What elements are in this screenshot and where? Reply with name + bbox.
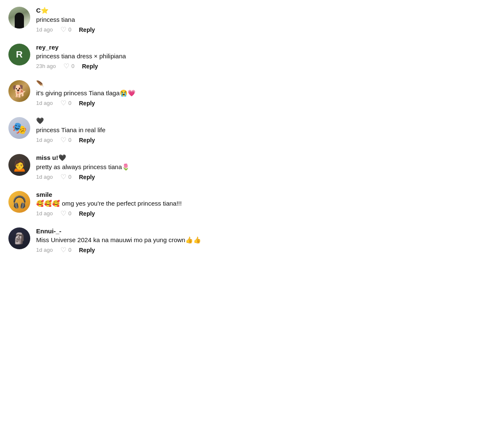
comment-item: 🗿 Ennui-_- Miss Universe 2024 ka na mauu…	[8, 227, 496, 254]
like-count: 0	[68, 247, 71, 253]
username: miss u!🖤	[36, 154, 496, 162]
comment-text: Miss Universe 2024 ka na mauuwi mo pa yu…	[36, 235, 496, 244]
like-area[interactable]: ♡ 0	[60, 99, 71, 107]
username: C⭐	[36, 7, 496, 14]
timestamp: 1d ago	[36, 100, 53, 106]
username: rey_rey	[36, 44, 496, 51]
timestamp: 1d ago	[36, 137, 53, 143]
avatar: 🎭	[8, 117, 30, 139]
comment-text: princess tiana dress × philipiana	[36, 52, 496, 60]
heart-icon[interactable]: ♡	[60, 26, 66, 34]
timestamp: 1d ago	[36, 210, 53, 217]
like-count: 0	[71, 63, 74, 69]
comment-meta: 1d ago ♡ 0 Reply	[36, 26, 496, 34]
comment-text: 🥰🥰🥰 omg yes you're the perfect princess …	[36, 199, 496, 208]
comment-item: R rey_rey princess tiana dress × philipi…	[8, 44, 496, 70]
like-count: 0	[68, 174, 71, 180]
comment-item: C⭐ princess tiana 1d ago ♡ 0 Reply	[8, 7, 496, 34]
like-area[interactable]: ♡ 0	[60, 246, 71, 254]
comment-meta: 1d ago ♡ 0 Reply	[36, 99, 496, 107]
like-count: 0	[68, 100, 71, 106]
heart-icon[interactable]: ♡	[60, 246, 66, 254]
reply-button[interactable]: Reply	[79, 100, 95, 107]
comment-body: Ennui-_- Miss Universe 2024 ka na mauuwi…	[36, 227, 496, 254]
comment-item: 🎧 smile 🥰🥰🥰 omg yes you're the perfect p…	[8, 191, 496, 217]
comment-text: pretty as always princess tiana🌷	[36, 162, 496, 171]
comment-body: rey_rey princess tiana dress × philipian…	[36, 44, 496, 70]
comment-meta: 1d ago ♡ 0 Reply	[36, 209, 496, 217]
comment-body: smile 🥰🥰🥰 omg yes you're the perfect pri…	[36, 191, 496, 217]
avatar: 🐕	[8, 80, 30, 102]
avatar: R	[8, 44, 30, 65]
heart-icon[interactable]: ♡	[60, 99, 66, 107]
timestamp: 1d ago	[36, 174, 53, 180]
heart-icon[interactable]: ♡	[60, 209, 66, 217]
avatar	[8, 7, 30, 29]
heart-icon[interactable]: ♡	[63, 62, 69, 70]
username: Ennui-_-	[36, 227, 496, 235]
comment-meta: 1d ago ♡ 0 Reply	[36, 136, 496, 144]
comment-body: 🖤 princess Tiana in real life 1d ago ♡ 0…	[36, 117, 496, 144]
avatar: 🗿	[8, 227, 30, 249]
like-area[interactable]: ♡ 0	[60, 136, 71, 144]
reply-button[interactable]: Reply	[79, 210, 95, 217]
reply-button[interactable]: Reply	[82, 63, 98, 70]
reply-button[interactable]: Reply	[79, 174, 95, 180]
reply-button[interactable]: Reply	[79, 137, 95, 144]
comments-section: C⭐ princess tiana 1d ago ♡ 0 Reply R rey…	[0, 0, 504, 271]
comment-text: princess tiana	[36, 15, 496, 24]
username: 🖤	[36, 117, 496, 125]
like-area[interactable]: ♡ 0	[60, 173, 71, 181]
comment-text: it's giving princess Tiana tlaga😭💗	[36, 89, 496, 97]
comment-meta: 1d ago ♡ 0 Reply	[36, 246, 496, 254]
avatar: 🎧	[8, 191, 30, 213]
comment-body: C⭐ princess tiana 1d ago ♡ 0 Reply	[36, 7, 496, 34]
comment-body: miss u!🖤 pretty as always princess tiana…	[36, 154, 496, 181]
timestamp: 1d ago	[36, 26, 53, 33]
comment-item: 🎭 🖤 princess Tiana in real life 1d ago ♡…	[8, 117, 496, 144]
username: smile	[36, 191, 496, 198]
comment-text: princess Tiana in real life	[36, 125, 496, 134]
comment-item: 🐕 🪶 it's giving princess Tiana tlaga😭💗 1…	[8, 80, 496, 107]
heart-icon[interactable]: ♡	[60, 173, 66, 181]
like-count: 0	[68, 210, 71, 217]
avatar: 🙍	[8, 154, 30, 176]
reply-button[interactable]: Reply	[79, 26, 95, 33]
like-area[interactable]: ♡ 0	[63, 62, 74, 70]
heart-icon[interactable]: ♡	[60, 136, 66, 144]
comment-item: 🙍 miss u!🖤 pretty as always princess tia…	[8, 154, 496, 181]
reply-button[interactable]: Reply	[79, 247, 95, 253]
timestamp: 23h ago	[36, 63, 56, 69]
like-count: 0	[68, 137, 71, 143]
like-area[interactable]: ♡ 0	[60, 26, 71, 34]
comment-meta: 1d ago ♡ 0 Reply	[36, 173, 496, 181]
like-count: 0	[68, 26, 71, 33]
timestamp: 1d ago	[36, 247, 53, 253]
username: 🪶	[36, 80, 496, 88]
comment-meta: 23h ago ♡ 0 Reply	[36, 62, 496, 70]
like-area[interactable]: ♡ 0	[60, 209, 71, 217]
comment-body: 🪶 it's giving princess Tiana tlaga😭💗 1d …	[36, 80, 496, 107]
